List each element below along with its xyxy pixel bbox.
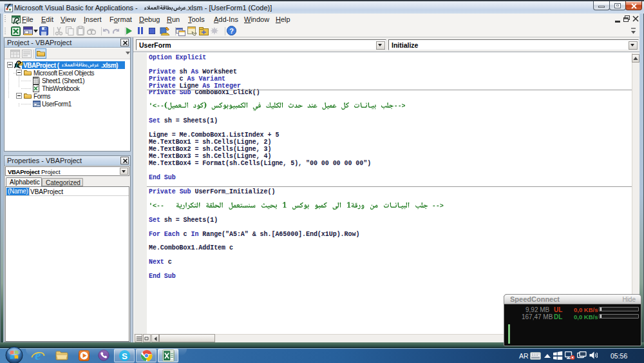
svg-text:?: ? (229, 27, 234, 35)
svg-text:e: e (35, 349, 41, 362)
svg-text:S: S (122, 351, 128, 361)
